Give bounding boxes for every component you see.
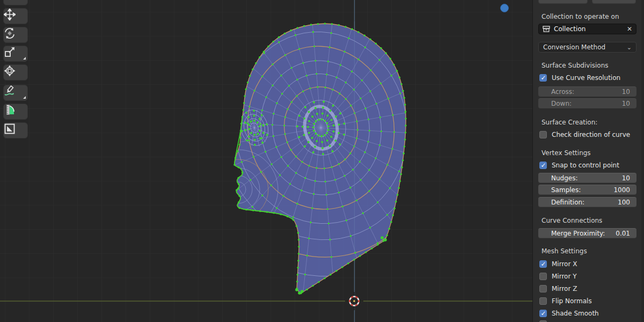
snap-row[interactable]: Snap to control point: [539, 161, 636, 170]
nav-gizmo-axis-dot[interactable]: [501, 4, 509, 12]
subtool-indicator: [23, 96, 26, 99]
conversion-method-dropdown[interactable]: Conversion Method ⌄: [538, 42, 636, 53]
definition-slider[interactable]: Definition: 100: [538, 197, 636, 207]
checkbox-label: Mirror X: [552, 260, 577, 268]
slider-label: Merge Proximity:: [551, 230, 605, 237]
slider-label: Samples:: [551, 186, 581, 194]
mirror-x-row[interactable]: Mirror X: [539, 260, 636, 268]
subtool-indicator: [23, 57, 26, 60]
3d-viewport[interactable]: [0, 0, 532, 322]
mesh-settings-label: Mesh Settings: [541, 247, 636, 255]
slider-value: 10: [622, 174, 630, 182]
flip-normals-checkbox[interactable]: [539, 297, 547, 305]
tool-button-rotate[interactable]: [3, 27, 28, 43]
slider-value: 100: [618, 199, 630, 206]
mirror-z-checkbox[interactable]: [539, 285, 547, 292]
tool-button-cursor[interactable]: [3, 0, 28, 5]
nudges-slider[interactable]: Nudges: 10: [538, 173, 636, 183]
tool-button-scale[interactable]: [3, 46, 28, 62]
slider-value: 0.01: [616, 230, 630, 237]
check-direction-checkbox[interactable]: [539, 131, 547, 138]
slider-label: Definition:: [551, 199, 584, 206]
slider-label: Across:: [551, 88, 574, 96]
clear-collection-icon[interactable]: ✕: [627, 26, 632, 32]
collection-field[interactable]: Collection ✕: [538, 24, 636, 34]
viewport-canvas: [0, 0, 532, 322]
add-primitive-icon: [4, 123, 16, 135]
slider-label: Down:: [551, 100, 572, 107]
conversion-method-label: Conversion Method: [543, 43, 605, 51]
move-icon: [4, 9, 16, 20]
annotate-icon: [4, 85, 16, 97]
shade-smooth-checkbox[interactable]: [539, 310, 547, 317]
slider-value: 10: [622, 88, 630, 96]
checkbox-label: Mirror Y: [552, 273, 577, 280]
checkbox-label: Snap to control point: [552, 162, 619, 169]
operator-panel: Enable Disable Collection to operate on …: [532, 0, 644, 322]
panel-scrollbar[interactable]: [641, 0, 644, 322]
collection-field-value: Collection: [554, 25, 623, 33]
snap-checkbox[interactable]: [539, 162, 547, 169]
checkbox-label: Check direction of curve: [552, 131, 630, 138]
use-curve-resolution-checkbox[interactable]: [539, 74, 547, 82]
cursor-icon: [4, 0, 16, 2]
slider-value: 10: [622, 100, 630, 107]
checkbox-label: Mirror Z: [552, 285, 577, 292]
vertex-settings-label: Vertex Settings: [541, 149, 636, 157]
mirror-z-row[interactable]: Mirror Z: [539, 284, 636, 293]
rotate-icon: [4, 27, 16, 39]
tool-shelf: [3, 0, 28, 141]
scale-icon: [4, 46, 16, 58]
merge-proximity-slider[interactable]: Merge Proximity: 0.01: [538, 228, 636, 238]
cutoff-checkbox-row[interactable]: [539, 320, 636, 322]
flip-normals-row[interactable]: Flip Normals: [539, 297, 636, 305]
curve-connections-label: Curve Connections: [541, 217, 636, 224]
chevron-down-icon: ⌄: [627, 44, 632, 51]
mirror-y-row[interactable]: Mirror Y: [539, 272, 636, 281]
samples-slider[interactable]: Samples: 1000: [538, 185, 636, 195]
surface-creation-label: Surface Creation:: [541, 119, 636, 126]
mirror-x-checkbox[interactable]: [539, 260, 547, 268]
check-direction-row[interactable]: Check direction of curve: [539, 130, 636, 139]
tool-button-transform[interactable]: [3, 64, 28, 80]
tool-button-annotate[interactable]: [3, 85, 28, 101]
down-slider[interactable]: Down: 10: [538, 98, 636, 108]
measure-icon: [4, 104, 16, 116]
shade-smooth-row[interactable]: Shade Smooth: [539, 309, 636, 318]
surface-subdivisions-label: Surface Subdivisions: [541, 62, 636, 69]
checkbox-label: Use Curve Resolution: [552, 74, 620, 82]
collection-icon: [543, 26, 550, 32]
use-curve-resolution-row[interactable]: Use Curve Resolution: [539, 74, 636, 82]
slider-value: 1000: [613, 186, 630, 194]
tool-button-move[interactable]: [3, 8, 28, 24]
across-slider[interactable]: Across: 10: [538, 86, 636, 97]
transform-icon: [4, 65, 16, 77]
slider-label: Nudges:: [551, 174, 578, 182]
blender-window: Enable Disable Collection to operate on …: [0, 0, 644, 322]
tool-button-add-primitive[interactable]: [3, 122, 28, 138]
tool-button-measure[interactable]: [3, 104, 28, 120]
checkbox-label: Shade Smooth: [552, 310, 599, 317]
panel-content: Collection to operate on Collection ✕ Co…: [533, 0, 642, 322]
collection-section-label: Collection to operate on: [541, 13, 636, 20]
mirror-y-checkbox[interactable]: [539, 273, 547, 280]
checkbox-label: Flip Normals: [552, 297, 592, 305]
